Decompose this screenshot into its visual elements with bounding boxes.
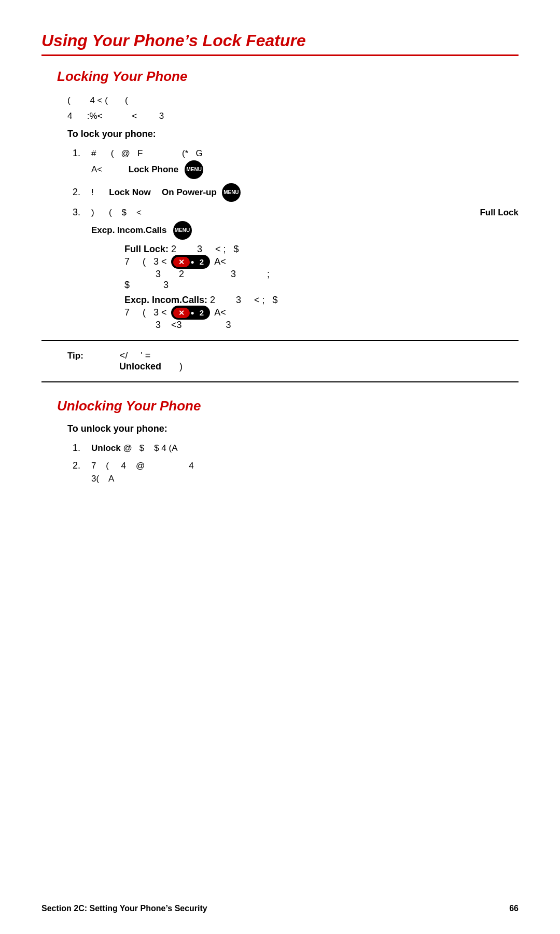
unlock-step-1: 1. Unlock @ $ $ 4 (A (73, 442, 519, 455)
step-3-line2: Excp. Incom.Calls MENUOK (91, 221, 519, 240)
unlocked-label: Unlocked (119, 361, 161, 372)
tip-label: Tip: (67, 351, 83, 361)
lock-step-2: 2. ! Lock Now On Power-up MENUOK (73, 183, 519, 202)
tip-line1: Tip: </ ' = (67, 350, 519, 361)
full-lock-line1: Full Lock: 2 3 < ; $ (124, 244, 519, 255)
lock-phone-label: Lock Phone (129, 163, 178, 176)
full-lock-line2: 7 ( 3 < ✕ ● 2 A< (124, 255, 519, 269)
section1-title: Locking Your Phone (57, 68, 519, 85)
step-num-2: 2. (73, 187, 91, 198)
step-2-content: ! Lock Now On Power-up MENUOK (91, 183, 519, 202)
on-power-up-label: On Power-up (162, 186, 217, 199)
step-1-line2: A< Lock Phone MENUOK (91, 160, 519, 179)
footer-left: Section 2C: Setting Your Phone’s Securit… (41, 904, 207, 913)
dot-divider-2: ● (191, 309, 194, 317)
full-lock-line4: $ 3 (124, 280, 519, 291)
tip-block: Tip: </ ' = Unlocked ) (67, 350, 519, 372)
step-3-line1: ) ( $ < Full Lock (91, 206, 519, 219)
tip-divider-bottom (41, 381, 519, 382)
x-key-1: ✕ (173, 257, 190, 267)
excp-line1: Excp. Incom.Calls: 2 3 < ; $ (124, 295, 519, 306)
unlock-step-1-content: Unlock @ $ $ 4 (A (91, 442, 519, 455)
lock-step-1: 1. # ( @ F (* G A< Lock Phone MENUOK (73, 147, 519, 179)
dot-divider-1: ● (191, 258, 194, 266)
to-unlock-label: To unlock your phone: (67, 423, 519, 434)
page-title: Using Your Phone’s Lock Feature (41, 31, 519, 56)
step-1-line1: # ( @ F (* G (91, 147, 519, 160)
encoded-line-1: ( 4 < ( ( (67, 94, 519, 107)
num2-key-2: 2 (195, 307, 208, 318)
num2-key-1: 2 (195, 256, 208, 267)
unlock-step-2-line2: 3( A (91, 472, 519, 486)
section-unlocking: Unlocking Your Phone To unlock your phon… (41, 398, 519, 486)
section2-title: Unlocking Your Phone (57, 398, 519, 414)
unlock-step-num-2: 2. (73, 460, 91, 471)
excp-incom-label: Excp. Incom.Calls (91, 224, 167, 237)
section-locking: Locking Your Phone ( 4 < ( ( 4 :%< < 3 T… (41, 68, 519, 382)
unlock-step-2-line1: 7 ( 4 @ 4 (91, 459, 519, 473)
to-lock-label: To lock your phone: (67, 129, 519, 140)
menu-badge-1: MENUOK (185, 160, 203, 179)
lock-now-label: Lock Now (109, 186, 150, 199)
full-lock-block: Full Lock: 2 3 < ; $ 7 ( 3 < ✕ ● 2 A< 3 … (124, 244, 519, 291)
footer-right: 66 (509, 904, 519, 913)
excp-block: Excp. Incom.Calls: 2 3 < ; $ 7 ( 3 < ✕ ●… (124, 295, 519, 331)
step-num-3: 3. (73, 207, 91, 218)
x-key-2: ✕ (173, 308, 190, 318)
excp-line2: 7 ( 3 < ✕ ● 2 A< (124, 306, 519, 320)
step-1-content: # ( @ F (* G A< Lock Phone MENUOK (91, 147, 519, 179)
encoded-line-2: 4 :%< < 3 (67, 109, 519, 123)
tip-line2: Unlocked ) (119, 361, 519, 372)
tip-divider-top (41, 340, 519, 341)
menu-badge-3: MENUOK (173, 221, 192, 240)
menu-badge-2: MENUOK (222, 183, 241, 202)
excp-line3: 3 <3 3 (124, 320, 519, 331)
step-num-1: 1. (73, 148, 91, 159)
lock-step-3: 3. ) ( $ < Full Lock Excp. Incom.Calls M… (73, 206, 519, 240)
full-lock-label: Full Lock (480, 206, 519, 219)
unlock-step-2: 2. 7 ( 4 @ 4 3( A (73, 459, 519, 486)
unlock-step-2-content: 7 ( 4 @ 4 3( A (91, 459, 519, 486)
unlock-keyword: Unlock (91, 443, 121, 453)
footer: Section 2C: Setting Your Phone’s Securit… (41, 904, 519, 913)
step-3-content: ) ( $ < Full Lock Excp. Incom.Calls MENU… (91, 206, 519, 240)
unlock-step-num-1: 1. (73, 443, 91, 454)
full-lock-line3: 3 2 3 ; (124, 269, 519, 280)
